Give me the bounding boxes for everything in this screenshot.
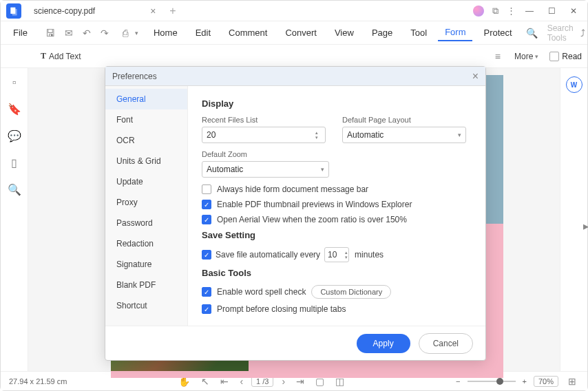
display-section-title: Display (202, 98, 466, 109)
comment-menu[interactable]: Comment (222, 25, 274, 41)
home-menu[interactable]: Home (147, 25, 185, 41)
view-mode-icon[interactable]: ⊞ (565, 373, 579, 390)
sidebar-item-update[interactable]: Update (105, 171, 187, 192)
word-export-icon[interactable]: W (566, 76, 582, 93)
spell-checkbox-row[interactable]: ✓ Enable word spell check Custom Diction… (202, 285, 466, 299)
autosave-row[interactable]: ✓ Save file automatically every 10 ▴▾ mi… (202, 247, 466, 262)
tools-section-title: Basic Tools (202, 268, 466, 278)
protect-menu[interactable]: Protect (476, 25, 518, 41)
sidebar-item-shortcut[interactable]: Shortcut (105, 295, 187, 316)
dialog-footer: Apply Cancel (105, 326, 485, 360)
read-checkbox[interactable]: Read (549, 52, 582, 61)
sidebar-item-ocr[interactable]: OCR (105, 130, 187, 151)
spinner-icon[interactable]: ▴▾ (315, 130, 318, 140)
list-icon[interactable]: ≡ (492, 48, 503, 65)
zoom-value[interactable]: 70% (534, 376, 558, 387)
thumbnails-checkbox-row[interactable]: ✓ Enable PDF thumbnail previews in Windo… (202, 200, 466, 209)
preferences-sidebar: General Font OCR Units & Grid Update Pro… (105, 86, 188, 326)
sidebar-item-font[interactable]: Font (105, 109, 187, 130)
hide-form-checkbox-row[interactable]: Always hide form document message bar (202, 184, 466, 194)
autosave-post-label: minutes (355, 250, 384, 260)
dialog-body: General Font OCR Units & Grid Update Pro… (105, 86, 485, 326)
window-controls: — ☐ ✕ (521, 3, 582, 19)
search-icon[interactable]: 🔍 (523, 25, 540, 41)
print-icon[interactable]: ⎙ (120, 25, 131, 41)
search-tools-input[interactable]: Search Tools (547, 23, 574, 43)
zoom-slider[interactable] (468, 381, 516, 382)
more-label: More (514, 52, 533, 61)
bookmark-icon[interactable]: 🔖 (8, 103, 21, 116)
share-icon[interactable]: ⤴ (578, 25, 588, 41)
minimize-button[interactable]: — (521, 3, 538, 19)
toolbar: T Add Text ≡ More ▾ Read (1, 45, 587, 68)
sidebar-item-password[interactable]: Password (105, 213, 187, 233)
sidebar-item-blank-pdf[interactable]: Blank PDF (105, 275, 187, 295)
checkbox-checked-icon[interactable]: ✓ (202, 200, 211, 209)
default-layout-select[interactable]: Automatic ▾ (342, 127, 466, 143)
preferences-panel: Display Recent Files List 20 ▴▾ Default … (188, 86, 485, 326)
add-text-button[interactable]: T Add Text (36, 50, 85, 63)
thumbnails-icon[interactable]: ▫ (12, 76, 17, 89)
spinner-icon[interactable]: ▴▾ (345, 250, 348, 260)
dialog-close-icon[interactable]: × (472, 70, 479, 83)
sidebar-item-general[interactable]: General (105, 89, 187, 109)
apply-button[interactable]: Apply (357, 334, 410, 353)
comments-icon[interactable]: 💬 (8, 129, 21, 142)
tab-close-icon[interactable]: × (150, 6, 156, 17)
print-dropdown-icon[interactable]: ▾ (135, 30, 138, 36)
convert-menu[interactable]: Convert (278, 25, 324, 41)
menubar: File 🖫 ✉ ↶ ↷ ⎙ ▾ Home Edit Comment Conve… (1, 21, 587, 45)
save-section-title: Save Setting (202, 230, 466, 240)
undo-icon[interactable]: ↶ (80, 25, 94, 41)
redo-icon[interactable]: ↷ (98, 25, 112, 41)
spell-label: Enable word spell check (217, 287, 306, 297)
form-menu[interactable]: Form (438, 24, 472, 41)
custom-dictionary-button[interactable]: Custom Dictionary (311, 285, 391, 299)
recent-files-value: 20 (207, 130, 216, 140)
sidebar-item-redaction[interactable]: Redaction (105, 233, 187, 254)
recent-files-input[interactable]: 20 ▴▾ (202, 127, 326, 143)
document-tab[interactable]: science-copy.pdf × (28, 3, 161, 19)
sidebar-item-units[interactable]: Units & Grid (105, 151, 187, 171)
page-dimensions: 27.94 x 21.59 cm (9, 377, 67, 385)
page-menu[interactable]: Page (365, 25, 399, 41)
checkbox-checked-icon[interactable]: ✓ (202, 304, 211, 314)
tool-menu[interactable]: Tool (403, 25, 434, 41)
view-menu[interactable]: View (328, 25, 361, 41)
default-layout-label: Default Page Layout (342, 116, 466, 124)
cancel-button[interactable]: Cancel (419, 333, 473, 354)
external-icon[interactable]: ⧉ (492, 6, 498, 17)
search-panel-icon[interactable]: 🔍 (8, 183, 21, 196)
app-logo (6, 3, 21, 19)
ai-icon[interactable] (473, 6, 484, 17)
kebab-icon[interactable]: ⋮ (507, 6, 516, 16)
checkbox-checked-icon[interactable]: ✓ (202, 250, 211, 260)
read-label: Read (562, 52, 582, 61)
default-layout-value: Automatic (347, 130, 384, 140)
new-tab-button[interactable]: + (169, 5, 176, 17)
sidebar-item-proxy[interactable]: Proxy (105, 192, 187, 213)
read-checkbox-box[interactable] (549, 52, 559, 61)
checkbox-checked-icon[interactable]: ✓ (202, 287, 211, 297)
checkbox-icon[interactable] (202, 184, 211, 194)
close-button[interactable]: ✕ (565, 3, 582, 19)
sidebar-item-signature[interactable]: Signature (105, 254, 187, 275)
file-menu[interactable]: File (6, 25, 34, 41)
prompt-tabs-checkbox-row[interactable]: ✓ Prompt before closing multiple tabs (202, 304, 466, 314)
checkbox-checked-icon[interactable]: ✓ (202, 215, 211, 224)
dialog-title: Preferences (112, 72, 157, 81)
autosave-pre-label: Save file automatically every (216, 250, 320, 260)
thumbnails-label: Enable PDF thumbnail previews in Windows… (217, 200, 412, 209)
default-zoom-select[interactable]: Automatic ▾ (202, 161, 329, 178)
zoom-in-icon[interactable]: + (523, 377, 527, 385)
aerial-checkbox-row[interactable]: ✓ Open Aerial View when the zoom ratio i… (202, 215, 466, 224)
tab-title: science-copy.pdf (34, 6, 95, 16)
maximize-button[interactable]: ☐ (543, 3, 560, 19)
zoom-out-icon[interactable]: − (456, 377, 460, 385)
expand-rail-icon[interactable]: ▸ (583, 220, 588, 233)
more-button[interactable]: More ▾ (510, 50, 543, 63)
attachments-icon[interactable]: ▯ (11, 156, 17, 169)
save-icon[interactable]: 🖫 (43, 25, 58, 41)
edit-menu[interactable]: Edit (189, 25, 218, 41)
mail-icon[interactable]: ✉ (62, 25, 76, 41)
